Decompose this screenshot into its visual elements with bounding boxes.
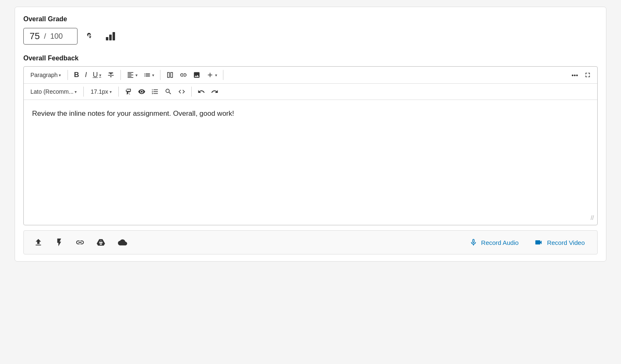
list-chevron: ▾ [152, 73, 154, 77]
strikethrough-icon [107, 71, 115, 79]
strikethrough-button[interactable] [105, 70, 117, 80]
paragraph-chevron: ▾ [59, 73, 61, 77]
font-chevron: ▾ [75, 90, 77, 94]
divider-2 [120, 70, 121, 80]
more-options-button[interactable]: ••• [569, 70, 581, 80]
numbered-list-icon [151, 88, 159, 95]
overall-feedback-label: Overall Feedback [23, 55, 598, 62]
font-label: Lato (Recomm... [30, 88, 73, 95]
embed-button[interactable] [53, 236, 65, 249]
page-container: Overall Grade 75 / 100 Overall Feedback [15, 7, 606, 262]
code-icon [178, 88, 185, 95]
paragraph-dropdown[interactable]: Paragraph ▾ [27, 70, 64, 80]
preview-icon [138, 88, 145, 95]
divider-1 [68, 70, 68, 80]
svg-point-0 [89, 35, 90, 36]
paragraph-label: Paragraph [30, 72, 58, 78]
size-dropdown[interactable]: 17.1px ▾ [87, 87, 115, 97]
find-button[interactable] [162, 86, 175, 97]
overall-grade-label: Overall Grade [23, 15, 598, 23]
chart-icon [106, 32, 115, 40]
video-camera-icon [533, 238, 543, 247]
redo-button[interactable] [208, 86, 221, 97]
bottom-toolbar: Record Audio Record Video [23, 230, 598, 254]
code-view-button[interactable] [175, 86, 188, 97]
record-video-label: Record Video [547, 239, 585, 246]
resize-handle: // [591, 214, 594, 222]
record-audio-label: Record Audio [481, 239, 518, 246]
editor-container: Paragraph ▾ B I U ▾ [23, 66, 598, 225]
bottom-toolbar-right: Record Audio Record Video [465, 236, 589, 249]
grade-max: 100 [50, 32, 63, 41]
chart-icon-button[interactable] [103, 30, 118, 42]
add-button[interactable]: ▾ [204, 70, 220, 80]
upload-button[interactable] [32, 236, 45, 249]
microphone-icon [469, 238, 478, 247]
divider-5 [83, 87, 84, 97]
key-icon [87, 32, 94, 40]
numbered-list-button[interactable] [149, 86, 161, 97]
grade-input-wrapper[interactable]: 75 / 100 [23, 28, 78, 45]
undo-button[interactable] [195, 86, 208, 97]
divider-7 [191, 87, 192, 97]
format-painter-icon [125, 88, 132, 95]
align-button[interactable]: ▾ [124, 70, 140, 80]
link-icon [180, 71, 187, 79]
italic-icon: I [85, 71, 87, 79]
divider-3 [160, 70, 160, 80]
size-label: 17.1px [90, 88, 108, 95]
toolbar-row-2: Lato (Recomm... ▾ 17.1px ▾ [24, 84, 597, 100]
align-icon [127, 71, 134, 79]
gdrive-button[interactable] [95, 236, 107, 249]
editor-text: Review the inline notes for your assignm… [32, 108, 589, 119]
image-button[interactable] [190, 70, 203, 80]
grade-separator: / [44, 32, 46, 41]
gdrive-icon [96, 238, 105, 247]
underline-button[interactable]: U ▾ [90, 69, 103, 81]
list-button[interactable]: ▾ [141, 70, 157, 80]
link-attach-icon [75, 238, 85, 247]
find-icon [165, 88, 172, 95]
insert-columns-icon [166, 71, 174, 79]
list-icon [143, 71, 151, 79]
fullscreen-icon [584, 71, 591, 79]
undo-icon [198, 88, 205, 95]
more-options-icon: ••• [571, 72, 578, 79]
bottom-toolbar-left [32, 236, 130, 249]
record-video-button[interactable]: Record Video [529, 236, 589, 249]
fullscreen-button[interactable] [581, 70, 594, 80]
link-attach-button[interactable] [74, 236, 86, 249]
divider-4 [223, 70, 223, 80]
preview-button[interactable] [135, 86, 148, 97]
font-dropdown[interactable]: Lato (Recomm... ▾ [27, 87, 80, 97]
editor-content-area[interactable]: Review the inline notes for your assignm… [24, 100, 597, 225]
image-icon [193, 71, 200, 79]
toolbar-row-1: Paragraph ▾ B I U ▾ [24, 67, 597, 84]
add-chevron: ▾ [215, 73, 217, 77]
bold-icon: B [74, 71, 79, 79]
record-audio-button[interactable]: Record Audio [465, 236, 523, 249]
bold-button[interactable]: B [71, 69, 81, 81]
underline-icon: U [93, 71, 98, 79]
align-chevron: ▾ [135, 73, 138, 77]
insert-columns-button[interactable] [164, 70, 176, 80]
key-icon-button[interactable] [84, 31, 97, 42]
cloud-icon [117, 238, 128, 247]
add-icon [206, 71, 214, 79]
link-button[interactable] [177, 70, 190, 80]
format-painter-button[interactable] [122, 86, 135, 97]
redo-icon [211, 88, 218, 95]
cloud-button[interactable] [115, 236, 130, 249]
divider-6 [118, 87, 119, 97]
grade-row: 75 / 100 [23, 28, 598, 45]
italic-button[interactable]: I [83, 69, 90, 81]
underline-chevron: ▾ [99, 73, 101, 77]
embed-icon [55, 238, 64, 247]
size-chevron: ▾ [110, 90, 112, 94]
grade-value: 75 [30, 31, 40, 42]
upload-icon [34, 238, 43, 247]
